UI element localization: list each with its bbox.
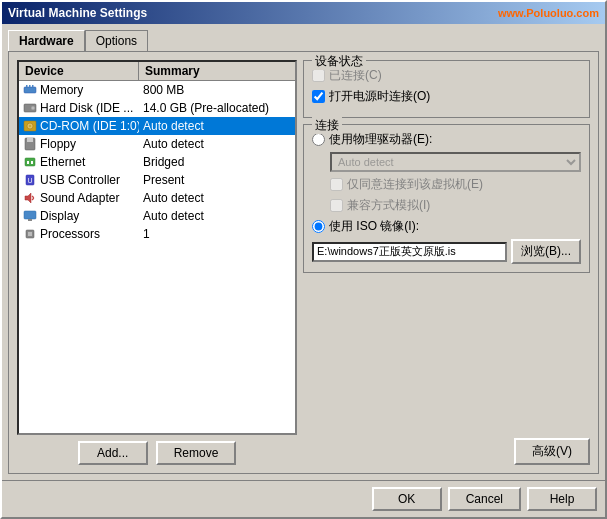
device-table[interactable]: Device Summary Memory800 MBHard Disk (ID… bbox=[17, 60, 297, 435]
cdrom-icon bbox=[23, 119, 37, 133]
help-button[interactable]: Help bbox=[527, 487, 597, 511]
title-bar: Virtual Machine Settings www.Poluoluo.co… bbox=[2, 2, 605, 24]
col-device: Device bbox=[19, 62, 139, 80]
advanced-button[interactable]: 高级(V) bbox=[514, 438, 590, 465]
table-row[interactable]: Processors1 bbox=[19, 225, 295, 243]
col-summary: Summary bbox=[139, 62, 295, 80]
use-iso-radio[interactable] bbox=[312, 220, 325, 233]
power-on-checkbox[interactable] bbox=[312, 90, 325, 103]
auto-detect-row: Auto detect bbox=[330, 152, 581, 172]
device-status-title: 设备状态 bbox=[312, 53, 366, 70]
only-allow-checkbox[interactable] bbox=[330, 178, 343, 191]
cancel-button[interactable]: Cancel bbox=[448, 487, 521, 511]
table-row[interactable]: DisplayAuto detect bbox=[19, 207, 295, 225]
use-iso-row: 使用 ISO 镜像(I): bbox=[312, 218, 581, 235]
table-row[interactable]: Sound AdapterAuto detect bbox=[19, 189, 295, 207]
floppy-icon bbox=[23, 137, 37, 151]
tab-content: Device Summary Memory800 MBHard Disk (ID… bbox=[8, 51, 599, 474]
svg-point-5 bbox=[31, 106, 35, 110]
right-panel: 设备状态 已连接(C) 打开电源时连接(O) 连接 使用物理驱动 bbox=[303, 60, 590, 465]
bottom-bar: OK Cancel Help bbox=[2, 480, 605, 517]
use-physical-radio[interactable] bbox=[312, 133, 325, 146]
advanced-row: 高级(V) bbox=[303, 438, 590, 465]
main-window: Virtual Machine Settings www.Poluoluo.co… bbox=[0, 0, 607, 519]
svg-rect-0 bbox=[24, 87, 36, 93]
connection-title: 连接 bbox=[312, 117, 342, 134]
iso-path-row: 浏览(B)... bbox=[312, 239, 581, 264]
table-row[interactable]: Hard Disk (IDE ...14.0 GB (Pre-allocated… bbox=[19, 99, 295, 117]
svg-rect-1 bbox=[26, 85, 28, 87]
power-on-row: 打开电源时连接(O) bbox=[312, 88, 581, 105]
window-body: Hardware Options Device Summary Memory80… bbox=[2, 24, 605, 480]
svg-rect-10 bbox=[27, 138, 33, 142]
device-status-group: 设备状态 已连接(C) 打开电源时连接(O) bbox=[303, 60, 590, 118]
svg-rect-20 bbox=[28, 232, 32, 236]
browse-button[interactable]: 浏览(B)... bbox=[511, 239, 581, 264]
connected-checkbox[interactable] bbox=[312, 69, 325, 82]
svg-rect-11 bbox=[25, 158, 35, 166]
hdd-icon bbox=[23, 101, 37, 115]
svg-rect-18 bbox=[28, 219, 32, 221]
tab-options[interactable]: Options bbox=[85, 30, 148, 51]
compatible-label: 兼容方式模拟(I) bbox=[347, 197, 430, 214]
use-physical-label: 使用物理驱动器(E): bbox=[329, 131, 432, 148]
svg-text:U: U bbox=[27, 177, 32, 184]
table-header: Device Summary bbox=[19, 62, 295, 81]
connection-group: 连接 使用物理驱动器(E): Auto detect 仅同意连接到该虚拟机(E) bbox=[303, 124, 590, 273]
watermark: www.Poluoluo.com bbox=[498, 7, 599, 19]
power-on-label: 打开电源时连接(O) bbox=[329, 88, 430, 105]
display-icon bbox=[23, 209, 37, 223]
svg-marker-16 bbox=[25, 193, 31, 203]
ok-button[interactable]: OK bbox=[372, 487, 442, 511]
use-iso-label: 使用 ISO 镜像(I): bbox=[329, 218, 419, 235]
left-panel: Device Summary Memory800 MBHard Disk (ID… bbox=[17, 60, 297, 465]
tab-hardware[interactable]: Hardware bbox=[8, 30, 85, 51]
ethernet-icon bbox=[23, 155, 37, 169]
remove-button[interactable]: Remove bbox=[156, 441, 237, 465]
svg-point-8 bbox=[29, 125, 31, 127]
compatible-row: 兼容方式模拟(I) bbox=[330, 197, 581, 214]
svg-rect-17 bbox=[24, 211, 36, 219]
use-physical-row: 使用物理驱动器(E): bbox=[312, 131, 581, 148]
table-row[interactable]: Memory800 MB bbox=[19, 81, 295, 99]
sound-icon bbox=[23, 191, 37, 205]
auto-detect-select[interactable]: Auto detect bbox=[330, 152, 581, 172]
svg-rect-2 bbox=[29, 85, 31, 87]
only-allow-label: 仅同意连接到该虚拟机(E) bbox=[347, 176, 483, 193]
svg-rect-13 bbox=[31, 161, 33, 164]
svg-rect-3 bbox=[32, 85, 34, 87]
usb-icon: U bbox=[23, 173, 37, 187]
iso-path-input[interactable] bbox=[312, 242, 507, 262]
table-row[interactable]: EthernetBridged bbox=[19, 153, 295, 171]
add-button[interactable]: Add... bbox=[78, 441, 148, 465]
table-row[interactable]: UUSB ControllerPresent bbox=[19, 171, 295, 189]
cpu-icon bbox=[23, 227, 37, 241]
compatible-checkbox[interactable] bbox=[330, 199, 343, 212]
spacer bbox=[303, 279, 590, 432]
window-title: Virtual Machine Settings bbox=[8, 6, 147, 20]
svg-rect-12 bbox=[27, 161, 29, 164]
only-allow-row: 仅同意连接到该虚拟机(E) bbox=[330, 176, 581, 193]
ram-icon bbox=[23, 83, 37, 97]
tab-bar: Hardware Options bbox=[8, 30, 599, 51]
button-row: Add... Remove bbox=[17, 441, 297, 465]
table-row[interactable]: FloppyAuto detect bbox=[19, 135, 295, 153]
table-row[interactable]: CD-ROM (IDE 1:0)Auto detect bbox=[19, 117, 295, 135]
